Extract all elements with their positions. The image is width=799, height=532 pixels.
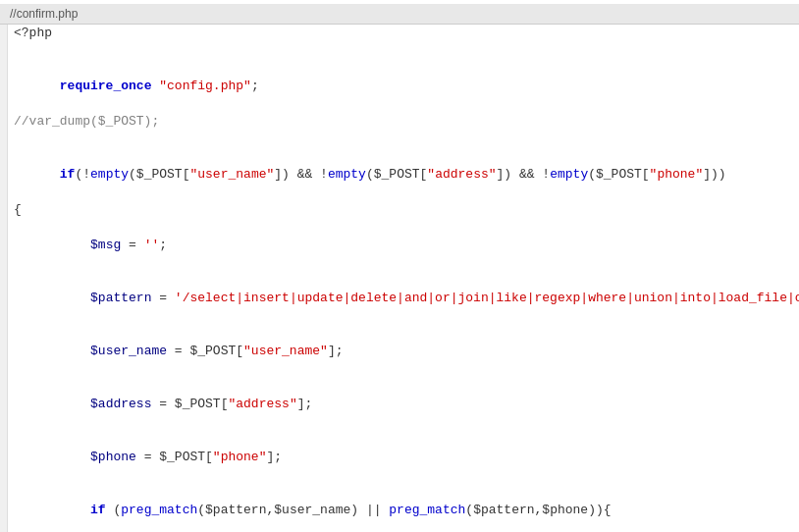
code-line: $pattern = '/select|insert|update|delete…	[0, 272, 799, 325]
line-content: <?php	[8, 25, 799, 42]
code-line: //var_dump($_POST);	[0, 113, 799, 131]
line-content: $phone = $_POST["phone"];	[8, 431, 799, 484]
line-gutter	[0, 113, 8, 131]
line-content: require_once "config.php";	[8, 60, 799, 113]
line-gutter	[0, 148, 8, 201]
line-content: $address = $_POST["address"];	[8, 378, 799, 431]
code-line: {	[0, 201, 799, 219]
code-editor: //confirm.php <?php require_once "config…	[0, 0, 799, 532]
line-content	[8, 42, 799, 60]
line-gutter	[0, 219, 8, 272]
line-gutter	[0, 201, 8, 219]
line-content: $msg = '';	[8, 219, 799, 272]
line-content: //var_dump($_POST);	[8, 113, 799, 131]
file-tab: //confirm.php	[0, 4, 799, 25]
line-content: {	[8, 201, 799, 219]
line-gutter	[0, 325, 8, 378]
line-gutter	[0, 131, 8, 148]
line-gutter	[0, 42, 8, 60]
line-content: if (preg_match($pattern,$user_name) || p…	[8, 484, 799, 532]
code-line	[0, 131, 799, 148]
code-line: <?php	[0, 25, 799, 42]
line-content	[8, 131, 799, 148]
line-content: $user_name = $_POST["user_name"];	[8, 325, 799, 378]
code-line	[0, 42, 799, 60]
line-gutter	[0, 431, 8, 484]
line-gutter	[0, 378, 8, 431]
line-gutter	[0, 484, 8, 532]
line-content: if(!empty($_POST["user_name"]) && !empty…	[8, 148, 799, 201]
code-line: if (preg_match($pattern,$user_name) || p…	[0, 484, 799, 532]
code-line: $user_name = $_POST["user_name"];	[0, 325, 799, 378]
line-gutter	[0, 272, 8, 325]
code-line: $msg = '';	[0, 219, 799, 272]
line-gutter	[0, 60, 8, 113]
code-line: $phone = $_POST["phone"];	[0, 431, 799, 484]
code-line: require_once "config.php";	[0, 60, 799, 113]
code-line: $address = $_POST["address"];	[0, 378, 799, 431]
line-content: $pattern = '/select|insert|update|delete…	[8, 272, 799, 325]
code-line: if(!empty($_POST["user_name"]) && !empty…	[0, 148, 799, 201]
line-gutter	[0, 25, 8, 42]
